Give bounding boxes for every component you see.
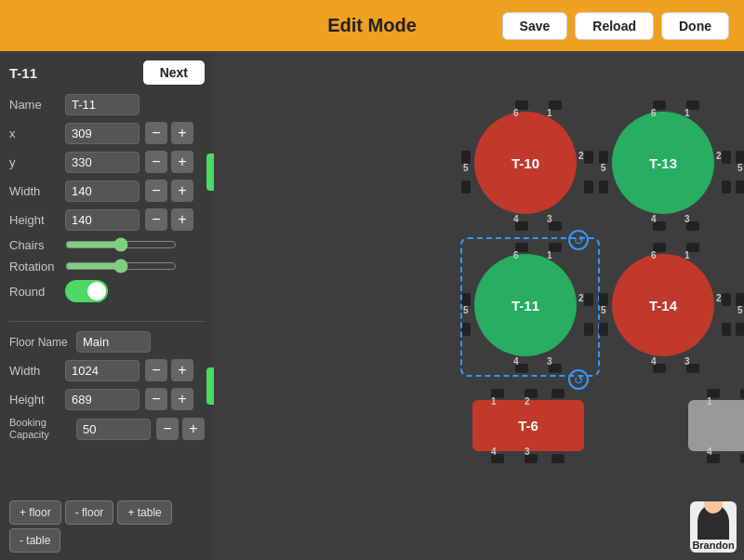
width-row: Width − + xyxy=(9,180,205,202)
chair xyxy=(722,180,731,193)
chair xyxy=(551,454,565,463)
toggle-knob xyxy=(87,282,106,300)
floor-canvas[interactable]: T-10 6 1 2 4 3 5 T-13 6 1 2 4 3 5 xyxy=(214,51,744,560)
chair xyxy=(584,323,593,336)
done-button[interactable]: Done xyxy=(661,12,729,40)
x-stepper: − + xyxy=(145,122,193,144)
x-label: x xyxy=(9,127,65,140)
bottom-buttons: + floor - floor + table - table xyxy=(9,500,205,553)
brandon-head xyxy=(704,501,723,513)
table-t11[interactable]: T-11 xyxy=(474,254,577,356)
add-table-button[interactable]: + table xyxy=(117,500,171,525)
num-label: 4 xyxy=(513,356,519,367)
floor-name-label: Floor Name xyxy=(9,336,76,349)
num-label: 6 xyxy=(651,108,657,118)
y-label: y xyxy=(9,155,65,169)
chairs-label: Chairs xyxy=(9,238,65,252)
booking-capacity-stepper: − + xyxy=(156,418,205,440)
chair xyxy=(461,180,471,193)
green-accent-bar-top xyxy=(206,153,214,191)
num-label: 4 xyxy=(651,356,657,367)
chair xyxy=(584,293,593,306)
main-layout: T-11 Next Name x − + y − + xyxy=(0,51,744,560)
name-input[interactable] xyxy=(65,94,140,115)
x-row: x − + xyxy=(9,122,205,144)
height-input[interactable] xyxy=(65,209,140,231)
width-stepper: − + xyxy=(145,180,193,202)
booking-capacity-decrement[interactable]: − xyxy=(156,418,179,440)
chair xyxy=(599,151,608,164)
floor-height-decrement[interactable]: − xyxy=(145,388,167,410)
floor-width-row: Width − + xyxy=(9,359,205,381)
page-title: Edit Mode xyxy=(327,15,417,36)
table-t13[interactable]: T-13 xyxy=(612,112,714,214)
num-label: 1 xyxy=(491,396,497,407)
floor-name-input[interactable] xyxy=(76,331,151,353)
height-increment-button[interactable]: + xyxy=(171,208,193,231)
reload-button[interactable]: Reload xyxy=(575,12,654,40)
chairs-slider[interactable] xyxy=(65,237,177,252)
y-decrement-button[interactable]: − xyxy=(145,151,167,173)
x-increment-button[interactable]: + xyxy=(171,122,193,144)
num-label: 5 xyxy=(737,163,743,173)
width-decrement-button[interactable]: − xyxy=(145,180,167,202)
green-accent-bar-bottom xyxy=(206,367,214,405)
floor-height-row: Height − + xyxy=(9,388,205,410)
height-label: Height xyxy=(9,213,65,227)
height-decrement-button[interactable]: − xyxy=(145,208,167,231)
add-floor-button[interactable]: + floor xyxy=(9,500,61,525)
chair xyxy=(551,389,565,398)
floor-width-input[interactable] xyxy=(65,360,140,381)
rotate-handle-top[interactable]: ↺ xyxy=(568,230,589,250)
num-label: 1 xyxy=(547,108,552,118)
remove-table-button[interactable]: - table xyxy=(9,528,60,553)
chair xyxy=(461,323,471,336)
table-t14[interactable]: T-14 xyxy=(612,254,714,356)
remove-floor-button[interactable]: - floor xyxy=(65,500,114,525)
num-label: 4 xyxy=(651,214,657,224)
booking-capacity-increment[interactable]: + xyxy=(182,418,205,440)
x-input[interactable] xyxy=(65,123,140,144)
name-row: Name xyxy=(9,94,205,115)
table-t7[interactable]: T-7 xyxy=(688,400,744,451)
name-label: Name xyxy=(9,98,65,112)
y-increment-button[interactable]: + xyxy=(171,151,193,173)
chair xyxy=(736,151,744,164)
num-label: 6 xyxy=(513,250,519,260)
num-label: 3 xyxy=(684,356,690,367)
table-t14-container: T-14 6 1 2 4 3 5 xyxy=(612,254,714,356)
next-button[interactable]: Next xyxy=(143,60,205,85)
floor-height-input[interactable] xyxy=(65,389,140,410)
table-t7-container: T-7 1 2 4 3 xyxy=(688,400,744,451)
num-label: 4 xyxy=(707,447,712,457)
save-button[interactable]: Save xyxy=(502,12,568,40)
table-t13-container: T-13 6 1 2 4 3 5 xyxy=(612,112,714,214)
y-row: y − + xyxy=(9,151,205,173)
num-label: 3 xyxy=(684,214,690,224)
booking-capacity-label: Booking Capacity xyxy=(9,417,76,441)
rotation-slider[interactable] xyxy=(65,259,177,273)
width-input[interactable] xyxy=(65,180,140,202)
y-input[interactable] xyxy=(65,152,140,173)
num-label: 2 xyxy=(578,293,584,303)
floor-width-increment[interactable]: + xyxy=(171,359,193,381)
num-label: 5 xyxy=(601,305,606,315)
num-label: 2 xyxy=(525,396,530,407)
sidebar: T-11 Next Name x − + y − + xyxy=(0,51,214,560)
height-row: Height − + xyxy=(9,208,205,231)
booking-capacity-row: Booking Capacity − + xyxy=(9,417,205,441)
table-id-row: T-11 Next xyxy=(9,60,205,85)
brandon-avatar: Brandon xyxy=(690,501,737,553)
table-t10[interactable]: T-10 xyxy=(474,112,577,214)
num-label: 4 xyxy=(491,447,497,457)
chairs-row: Chairs xyxy=(9,237,205,252)
x-decrement-button[interactable]: − xyxy=(145,122,167,144)
floor-width-decrement[interactable]: − xyxy=(145,359,167,381)
booking-capacity-input[interactable] xyxy=(76,419,151,440)
round-toggle[interactable] xyxy=(65,280,108,302)
round-label: Round xyxy=(9,285,65,299)
width-increment-button[interactable]: + xyxy=(171,180,193,202)
table-t6[interactable]: T-6 xyxy=(472,400,584,451)
floor-height-increment[interactable]: + xyxy=(171,388,193,410)
rotate-handle-bottom[interactable]: ↺ xyxy=(568,369,589,390)
